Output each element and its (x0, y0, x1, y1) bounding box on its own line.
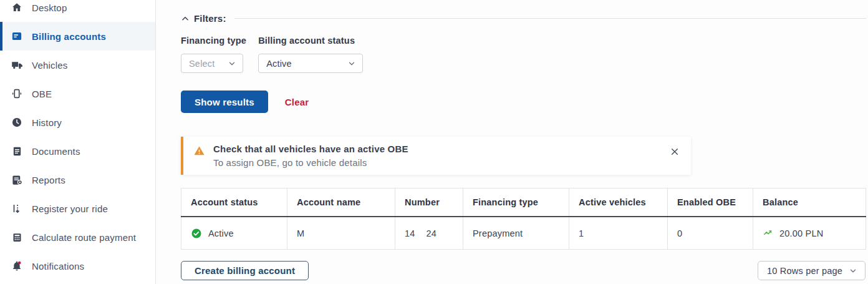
status-badge: Active (208, 228, 234, 238)
column-header-account-name: Account name (287, 189, 395, 217)
balance-value: 20.00 PLN (779, 228, 823, 238)
chevron-down-icon (347, 59, 356, 68)
sidebar-item-label: Calculate route payment (32, 232, 136, 243)
sidebar-item-label: Desktop (32, 2, 67, 13)
filter-billing-account-status: Billing account status Active (258, 36, 363, 73)
obe-device-icon (11, 87, 23, 100)
enabled-obe-cell: 0 (668, 217, 753, 250)
sidebar-item-label: Reports (32, 175, 65, 185)
sidebar-item-notifications[interactable]: Notifications (0, 252, 155, 280)
route-icon (11, 202, 23, 215)
sidebar: Desktop Billing accounts Vehicles OBE (0, 0, 156, 284)
financing-type-value: Select (189, 59, 215, 69)
bell-icon (11, 260, 23, 272)
active-vehicles-cell: 1 (569, 217, 668, 250)
warning-triangle-icon (193, 145, 205, 157)
sidebar-item-documents[interactable]: Documents (0, 137, 155, 165)
table-header-row: Account status Account name Number Finan… (181, 189, 866, 217)
sidebar-item-label: Documents (32, 146, 80, 157)
sidebar-item-label: OBE (32, 89, 52, 99)
clear-button[interactable]: Clear (285, 97, 309, 107)
sidebar-item-label: Billing accounts (32, 31, 106, 42)
sidebar-item-history[interactable]: History (0, 108, 155, 137)
filter-financing-type: Financing type Select (181, 36, 246, 73)
trending-up-icon (763, 227, 774, 239)
sidebar-item-billing-accounts[interactable]: Billing accounts (0, 22, 155, 51)
truck-icon (11, 59, 23, 71)
column-header-number: Number (395, 189, 463, 217)
sidebar-item-desktop[interactable]: Desktop (0, 0, 155, 22)
balance-cell: 20.00 PLN (753, 217, 866, 250)
billing-account-status-value: Active (266, 59, 292, 69)
filter-fields: Financing type Select Billing account st… (181, 36, 866, 73)
show-results-button[interactable]: Show results (181, 91, 268, 113)
column-header-active-vehicles: Active vehicles (569, 189, 668, 217)
sidebar-nav-list: Desktop Billing accounts Vehicles OBE (0, 0, 155, 280)
financing-type-select[interactable]: Select (181, 54, 243, 73)
main-content: Filters: Financing type Select Billing a… (156, 0, 868, 284)
financing-type-cell: Prepayment (463, 217, 569, 250)
column-header-enabled-obe: Enabled OBE (668, 189, 753, 217)
sidebar-item-reports[interactable]: Reports (0, 165, 155, 194)
sidebar-item-vehicles[interactable]: Vehicles (0, 51, 155, 79)
alert-subtitle: To assign OBE, go to vehicle details (213, 157, 667, 168)
financing-type-label: Financing type (181, 36, 246, 46)
check-circle-icon (191, 228, 202, 239)
create-billing-account-button[interactable]: Create billing account (181, 261, 309, 280)
obe-warning-alert: Check that all vehicles have an active O… (181, 137, 691, 175)
billing-accounts-table: Account status Account name Number Finan… (181, 188, 866, 250)
filters-header[interactable]: Filters: (181, 13, 866, 24)
account-number-part1: 14 (405, 228, 415, 238)
sidebar-item-label: History (32, 117, 62, 128)
sidebar-item-register-your-ride[interactable]: Register your ride (0, 194, 155, 223)
alert-body: Check that all vehicles have an active O… (213, 144, 667, 168)
sidebar-item-calculate-route-payment[interactable]: Calculate route payment (0, 223, 155, 252)
document-icon (11, 145, 23, 157)
clock-icon (11, 116, 23, 129)
column-header-financing-type: Financing type (463, 189, 569, 217)
billing-account-status-label: Billing account status (258, 36, 363, 46)
app-window: Desktop Billing accounts Vehicles OBE (0, 0, 868, 284)
column-header-account-status: Account status (181, 189, 287, 217)
account-number-part2: 24 (427, 228, 437, 238)
report-icon (11, 174, 23, 186)
filters-divider (234, 18, 866, 19)
table-footer: Create billing account 10 Rows per page (181, 261, 866, 280)
close-icon[interactable] (667, 144, 682, 159)
billing-accounts-icon (11, 30, 23, 42)
alert-title: Check that all vehicles have an active O… (213, 144, 667, 154)
account-name-cell: M (287, 217, 395, 250)
filter-actions: Show results Clear (181, 91, 866, 113)
billing-account-status-select[interactable]: Active (258, 54, 363, 73)
sidebar-item-label: Register your ride (32, 203, 108, 214)
chevron-down-icon (228, 59, 236, 68)
chevron-up-icon (181, 14, 190, 23)
rows-per-page-select[interactable]: 10 Rows per page (758, 261, 866, 280)
column-header-balance: Balance (753, 189, 866, 217)
account-number-cell: 1424 (395, 217, 463, 250)
sidebar-item-obe[interactable]: OBE (0, 79, 155, 108)
rows-per-page-value: 10 Rows per page (767, 266, 842, 276)
sidebar-item-label: Notifications (32, 261, 84, 272)
chevron-down-icon (849, 267, 857, 275)
account-status-cell: Active (181, 217, 287, 250)
sidebar-item-label: Vehicles (32, 60, 67, 71)
table-row[interactable]: Active M 1424 Prepayment 1 0 (181, 217, 866, 250)
calculator-icon (11, 231, 23, 243)
home-icon (11, 1, 23, 14)
filters-title: Filters: (194, 13, 226, 24)
